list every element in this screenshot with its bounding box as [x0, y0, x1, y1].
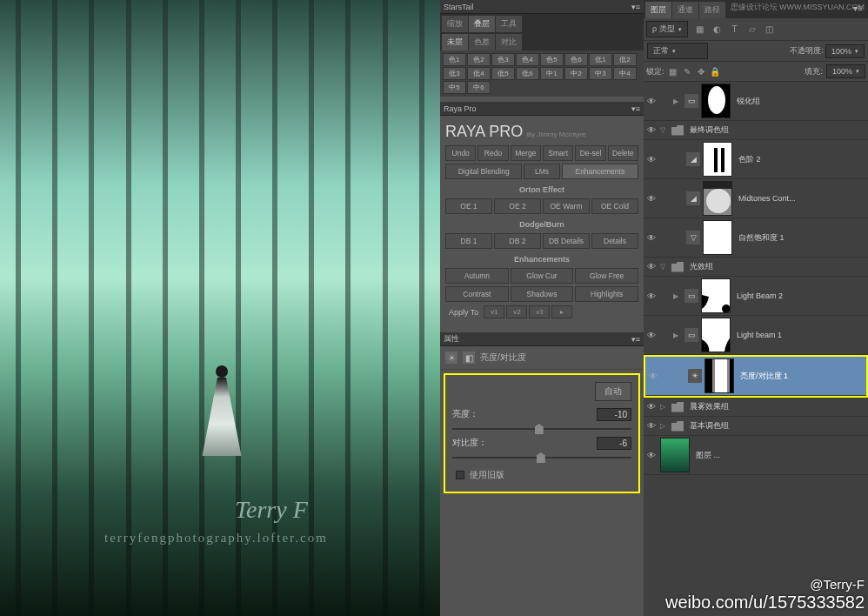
rp-smart[interactable]: Smart	[543, 145, 573, 161]
st-tab[interactable]: 叠层	[469, 16, 495, 32]
rp-glowfree[interactable]: Glow Free	[575, 268, 638, 284]
layer-name[interactable]: Midtones Cont...	[738, 194, 796, 203]
tab-channels[interactable]: 通道	[672, 2, 698, 18]
layer-name[interactable]: 图层 ...	[696, 450, 720, 461]
layer-item[interactable]: 👁 ▶ ▭ Light Beam 2	[644, 277, 868, 316]
expand-icon[interactable]: ▽	[660, 263, 669, 271]
rp-highlights[interactable]: Highlights	[575, 286, 638, 302]
expand-icon[interactable]: ▷	[660, 422, 669, 430]
rp-more[interactable]: ▸	[551, 305, 572, 318]
layer-group[interactable]: 👁 ▽ 光效组	[644, 258, 868, 277]
starstail-header[interactable]: StarsTail ▾≡	[440, 0, 644, 14]
lock-brush-icon[interactable]: ✎	[682, 66, 692, 77]
layer-name[interactable]: 锐化组	[737, 96, 760, 107]
expand-icon[interactable]: ▷	[660, 403, 669, 411]
rp-undo[interactable]: Undo	[445, 145, 476, 161]
layer-name[interactable]: 基本调色组	[690, 420, 729, 432]
visibility-icon[interactable]: 👁	[645, 290, 658, 302]
st-cell[interactable]: 低2	[613, 53, 637, 66]
rp-glowcur[interactable]: Glow Cur	[511, 268, 574, 284]
st-tab[interactable]: 工具	[496, 16, 522, 32]
visibility-icon[interactable]: 👁	[647, 370, 659, 382]
layer-mask-thumb[interactable]	[701, 84, 731, 118]
rp-redo[interactable]: Redo	[477, 145, 508, 161]
layer-mask-thumb[interactable]	[703, 142, 732, 177]
rp-shadows[interactable]: Shadows	[511, 286, 574, 302]
visibility-icon[interactable]: 👁	[645, 124, 658, 137]
rp-oewarm[interactable]: OE Warm	[543, 198, 590, 214]
filter-type-icon[interactable]: T	[730, 24, 740, 35]
layer-name[interactable]: 光效组	[690, 261, 713, 272]
visibility-icon[interactable]: 👁	[645, 153, 658, 165]
rp-v2[interactable]: v2	[506, 305, 527, 318]
tab-layers[interactable]: 图层	[645, 2, 671, 18]
filter-type-dropdown[interactable]: ρ 类型	[646, 21, 688, 37]
st-tab[interactable]: 色差	[469, 34, 495, 50]
layer-item-selected[interactable]: 👁 ☀ 亮度/对比度 1	[645, 357, 866, 396]
brightness-value[interactable]: -10	[597, 408, 631, 421]
st-cell[interactable]: 低6	[516, 67, 539, 80]
layer-item[interactable]: 👁 ◢ Midtones Cont...	[644, 179, 868, 218]
legacy-checkbox[interactable]	[456, 471, 464, 479]
layer-item[interactable]: 👁 ◢ 色阶 2	[644, 140, 868, 179]
rp-db1[interactable]: DB 1	[445, 233, 492, 249]
visibility-icon[interactable]: 👁	[645, 449, 658, 461]
brightness-slider[interactable]	[452, 428, 631, 430]
auto-button[interactable]: 自动	[595, 382, 631, 401]
st-tab[interactable]: 缩放	[442, 16, 468, 32]
st-cell[interactable]: 色6	[564, 53, 588, 66]
lock-all-icon[interactable]: 🔒	[710, 66, 720, 77]
rp-desel[interactable]: De-sel	[575, 145, 605, 161]
rp-v3[interactable]: v3	[529, 305, 550, 318]
layer-item[interactable]: 👁 ▽ 自然饱和度 1	[644, 218, 868, 258]
opacity-value[interactable]: 100%	[825, 44, 865, 58]
st-cell[interactable]: 色4	[516, 53, 539, 66]
st-tab[interactable]: 对比	[496, 34, 522, 50]
rp-oe2[interactable]: OE 2	[494, 198, 541, 214]
rp-merge[interactable]: Merge	[511, 145, 541, 161]
visibility-icon[interactable]: 👁	[645, 261, 658, 273]
st-cell[interactable]: 色1	[443, 53, 466, 66]
filter-shape-icon[interactable]: ▱	[747, 24, 758, 35]
st-cell[interactable]: 低4	[467, 67, 491, 80]
layer-item[interactable]: 👁 ▶ ▭ Light beam 1	[644, 316, 868, 355]
layer-mask-thumb[interactable]	[701, 318, 731, 352]
rp-contrast[interactable]: Contrast	[445, 286, 509, 302]
rp-oe1[interactable]: OE 1	[445, 198, 492, 214]
rp-mode-enhance[interactable]: Enhancements	[562, 164, 638, 179]
st-cell[interactable]: 低3	[443, 67, 466, 80]
layer-name[interactable]: 晨雾效果组	[690, 401, 729, 412]
expand-icon[interactable]: ▶	[673, 97, 682, 105]
rayapro-header[interactable]: Raya Pro ▾≡	[440, 102, 644, 116]
layer-mask-thumb[interactable]	[703, 220, 732, 255]
visibility-icon[interactable]: 👁	[645, 401, 658, 413]
st-tab[interactable]: 未层	[442, 34, 468, 50]
layer-name[interactable]: 最终调色组	[690, 124, 729, 136]
panel-menu-icon[interactable]: ▾≡	[631, 104, 640, 113]
filter-smart-icon[interactable]: ◫	[765, 24, 775, 35]
filter-pixel-icon[interactable]: ▦	[695, 24, 705, 35]
st-cell[interactable]: 中5	[443, 81, 466, 94]
visibility-icon[interactable]: 👁	[645, 192, 658, 204]
layer-name[interactable]: 色阶 2	[738, 154, 761, 165]
contrast-slider[interactable]	[452, 457, 631, 459]
st-cell[interactable]: 色5	[540, 53, 564, 66]
visibility-icon[interactable]: 👁	[645, 420, 658, 432]
visibility-icon[interactable]: 👁	[645, 329, 658, 341]
rp-mode-digital[interactable]: Digital Blending	[445, 164, 522, 179]
st-cell[interactable]: 中4	[613, 67, 637, 80]
rp-autumn[interactable]: Autumn	[445, 268, 509, 284]
rp-mode-lms[interactable]: LMs	[524, 164, 559, 179]
layer-name[interactable]: 亮度/对比度 1	[740, 371, 788, 382]
visibility-icon[interactable]: 👁	[645, 95, 658, 107]
expand-icon[interactable]: ▶	[673, 292, 682, 300]
contrast-value[interactable]: -6	[597, 437, 631, 450]
layer-name[interactable]: Light beam 1	[737, 331, 782, 339]
st-cell[interactable]: 色3	[491, 53, 515, 66]
rp-oecold[interactable]: OE Cold	[591, 198, 638, 214]
rp-delete[interactable]: Delete	[608, 145, 638, 161]
layer-group[interactable]: 👁 ▷ 晨雾效果组	[644, 398, 868, 417]
mask-icon[interactable]: ◧	[463, 352, 475, 364]
st-cell[interactable]: 低5	[491, 67, 515, 80]
lock-move-icon[interactable]: ✥	[696, 66, 706, 77]
